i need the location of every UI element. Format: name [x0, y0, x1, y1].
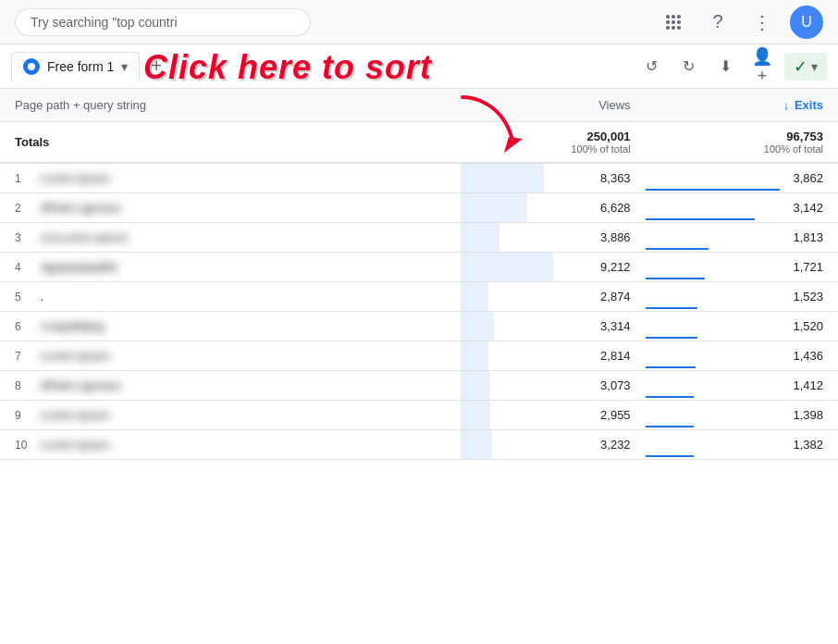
row-number: 1: [15, 172, 37, 185]
row-views: 3,073: [461, 371, 645, 401]
undo-button[interactable]: ↺: [636, 52, 666, 81]
row-dimension: 10 Lorem ipsum: [0, 430, 461, 460]
apps-button[interactable]: [657, 6, 690, 39]
row-exits: 1,813: [646, 223, 838, 253]
table-row[interactable]: 8 dfhdhu qpmacc3,0731,412: [0, 371, 838, 401]
row-exits: 1,398: [646, 401, 838, 430]
table-row[interactable]: 2 dfhdhu qpmacc6,6283,142: [0, 193, 838, 223]
row-number: 8: [15, 379, 37, 392]
col-exits-label: Exits: [795, 98, 823, 112]
row-views-value: 3,314: [600, 319, 631, 333]
totals-exits-sub: 100% of total: [660, 143, 823, 155]
table-row[interactable]: 5 .2,8741,523: [0, 282, 838, 312]
row-views: 9,212: [461, 253, 645, 282]
active-tab[interactable]: Free form 1 ▾: [11, 52, 140, 82]
row-views: 6,628: [461, 193, 645, 223]
row-views: 3,314: [461, 312, 645, 341]
row-views: 8,363: [461, 163, 645, 193]
table-header-row: Page path + query string Views ↓ Exits: [0, 89, 838, 122]
row-views: 3,886: [461, 223, 645, 253]
row-number: 9: [15, 409, 37, 422]
table-row[interactable]: 3 cccLorem ipsum3,8861,813: [0, 223, 838, 253]
top-icons: ? ⋮ U: [657, 6, 823, 39]
row-views-value: 9,212: [600, 260, 631, 274]
more-options-button[interactable]: ⋮: [746, 6, 779, 39]
table-row[interactable]: 6 crwqddfqhyj3,3141,520: [0, 312, 838, 341]
row-views-value: 2,955: [600, 408, 631, 422]
top-bar: Try searching "top countri ? ⋮ U: [0, 0, 838, 44]
row-views-value: 2,874: [600, 290, 631, 303]
table-row[interactable]: 7 Lorem ipsum2,8141,436: [0, 341, 838, 371]
row-views-value: 3,232: [600, 438, 631, 452]
sort-indicator: ↓ Exits: [783, 98, 823, 112]
sort-arrow-icon: ↓: [783, 98, 790, 112]
help-button[interactable]: ?: [701, 6, 734, 39]
totals-label: Totals: [0, 122, 461, 164]
totals-views-value: 250,001: [587, 130, 631, 143]
table-row[interactable]: 10 Lorem ipsum3,2321,382: [0, 430, 838, 460]
row-number: 5: [15, 291, 37, 303]
row-exits-value: 1,412: [793, 378, 823, 392]
row-dimension: 3 cccLorem ipsum: [0, 223, 461, 253]
publish-button[interactable]: ✓ ▾: [784, 53, 827, 80]
table-row[interactable]: 4 4gylpqrlpqd8ls9,2121,721: [0, 253, 838, 282]
avatar[interactable]: U: [790, 6, 823, 39]
row-name: .: [37, 290, 43, 303]
row-exits: 1,436: [646, 341, 838, 371]
row-number: 2: [15, 202, 37, 215]
row-views-value: 8,363: [600, 171, 631, 185]
row-views: 2,955: [461, 401, 645, 430]
row-dimension: 5 .: [0, 282, 461, 312]
row-number: 7: [15, 350, 37, 363]
row-exits: 3,142: [646, 193, 838, 223]
share-button[interactable]: 👤+: [747, 52, 777, 81]
row-exits: 1,382: [646, 430, 838, 460]
totals-views: 250,001 100% of total: [461, 122, 645, 164]
totals-exits-value: 96,753: [786, 130, 823, 143]
col-dimension-header[interactable]: Page path + query string: [0, 89, 461, 122]
row-exits-value: 1,382: [793, 438, 823, 452]
tab-label: Free form 1: [47, 59, 114, 74]
publish-check-icon: ✓: [794, 56, 807, 77]
row-name: dfhdhu qpmacc: [37, 201, 123, 215]
row-exits-value: 3,142: [793, 201, 823, 215]
row-views-value: 3,886: [600, 230, 631, 244]
row-name: Lorem ipsum: [37, 171, 110, 185]
col-views-header[interactable]: Views: [461, 89, 645, 122]
row-views: 2,874: [461, 282, 645, 312]
search-box[interactable]: Try searching "top countri: [15, 8, 311, 36]
row-dimension: 9 Lorem ipsum: [0, 401, 461, 430]
tab-bar: Free form 1 ▾ + ↺ ↻ ⬇ 👤+ ✓ ▾: [0, 44, 838, 89]
totals-exits: 96,753 100% of total: [646, 122, 838, 164]
row-exits: 3,862: [646, 163, 838, 193]
row-views-value: 3,073: [600, 378, 631, 392]
row-dimension: 4 4gylpqrlpqd8ls: [0, 253, 461, 282]
row-exits: 1,412: [646, 371, 838, 401]
row-views-value: 2,814: [600, 349, 631, 363]
row-exits-value: 1,813: [793, 230, 823, 244]
report-table: Page path + query string Views ↓ Exits T…: [0, 89, 838, 460]
publish-dropdown-arrow[interactable]: ▾: [811, 59, 818, 74]
toolbar-icons: ↺ ↻ ⬇ 👤+ ✓ ▾: [636, 52, 827, 81]
table-row[interactable]: 9 Lorem ipsum2,9551,398: [0, 401, 838, 430]
row-name: Lorem ipsum: [37, 408, 110, 422]
row-exits: 1,721: [646, 253, 838, 282]
row-name: dfhdhu qpmacc: [37, 378, 123, 392]
row-number: 3: [15, 231, 37, 244]
table-row[interactable]: 1 Lorem ipsum8,3633,862: [0, 163, 838, 193]
row-views: 3,232: [461, 430, 645, 460]
row-views-value: 6,628: [600, 201, 631, 215]
totals-row: Totals 250,001 100% of total 96,753 100%…: [0, 122, 838, 164]
redo-button[interactable]: ↻: [673, 52, 703, 81]
add-tab-button[interactable]: +: [143, 52, 169, 80]
row-exits-value: 1,436: [793, 349, 823, 363]
row-name: Lorem ipsum: [37, 349, 110, 363]
row-exits-value: 3,862: [793, 171, 823, 185]
col-exits-header[interactable]: ↓ Exits: [646, 89, 838, 122]
tab-dropdown-arrow[interactable]: ▾: [121, 59, 128, 74]
row-dimension: 2 dfhdhu qpmacc: [0, 193, 461, 223]
download-button[interactable]: ⬇: [710, 52, 740, 81]
row-exits-value: 1,520: [793, 319, 823, 333]
row-number: 4: [15, 261, 37, 274]
row-exits-value: 1,721: [793, 260, 823, 274]
